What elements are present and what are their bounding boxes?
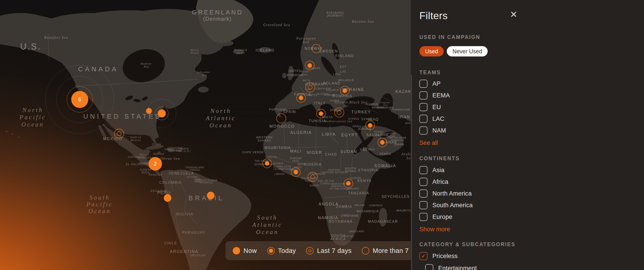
marker-ring <box>276 113 286 123</box>
marker-dot <box>207 192 214 199</box>
checkbox-row-asia[interactable]: Asia <box>419 166 635 174</box>
marker-dot <box>308 63 312 68</box>
cluster-count: 6 <box>71 91 88 108</box>
checkbox-row-ap[interactable]: AP <box>419 80 635 88</box>
legend-item-now: Now <box>233 247 257 254</box>
checkbox-label: Asia <box>432 167 444 174</box>
checkbox-label: AP <box>432 80 441 87</box>
checkbox-row-nam[interactable]: NAM <box>419 126 635 134</box>
teams-options: APEEMAEULACNAM <box>419 80 635 134</box>
section-header: CATEGORY & SUBCATEGORIES <box>419 241 635 247</box>
section-continents: CONTINENTS AsiaAfricaNorth AmericaSouth … <box>419 156 635 233</box>
checkbox-label: Entertainment <box>438 265 477 270</box>
continents-options: AsiaAfricaNorth AmericaSouth AmericaEuro… <box>419 166 635 221</box>
checkbox-row-eu[interactable]: EU <box>419 103 635 111</box>
checkbox[interactable] <box>419 201 428 209</box>
today-icon <box>267 247 275 254</box>
category-options: ✓PricelessEntertainment <box>419 252 635 270</box>
checkbox[interactable] <box>419 80 428 88</box>
legend-label: Last 7 days <box>317 247 352 254</box>
checkbox[interactable] <box>419 213 428 221</box>
marker-dot <box>380 140 384 145</box>
checkbox-row-entertainment[interactable]: Entertainment <box>419 264 635 270</box>
close-icon[interactable]: ✕ <box>510 10 518 19</box>
legend-item-today: Today <box>267 247 296 254</box>
see-all-link[interactable]: See all <box>419 140 438 147</box>
older-icon <box>362 247 369 254</box>
checkbox-row-priceless[interactable]: ✓Priceless <box>419 252 635 260</box>
section-category: CATEGORY & SUBCATEGORIES ✓PricelessEnter… <box>419 241 635 270</box>
marker-dot <box>342 88 347 93</box>
checkbox-label: EEMA <box>432 92 450 99</box>
marker-dot <box>368 123 372 127</box>
section-header: USED IN CAMPAIGN <box>419 34 635 40</box>
cluster-count: 2 <box>148 157 162 171</box>
legend-label: Today <box>278 247 296 254</box>
marker-dot <box>319 111 323 116</box>
marker-dot <box>299 96 303 100</box>
marker-ring <box>312 44 321 53</box>
marker-dot <box>265 161 269 166</box>
marker-ring <box>117 131 121 136</box>
checkbox-row-south-america[interactable]: South America <box>419 201 635 209</box>
legend-label: Now <box>244 247 257 254</box>
legend-item-last7: Last 7 days <box>306 247 352 254</box>
filters-panel: Filters ✕ USED IN CAMPAIGN UsedNever Use… <box>411 0 644 270</box>
marker-dot <box>346 181 351 186</box>
checkbox-label: NAM <box>432 127 446 134</box>
panel-title: Filters <box>419 10 635 22</box>
checkbox[interactable] <box>419 115 428 123</box>
show-more-link[interactable]: Show more <box>419 226 450 233</box>
checkbox[interactable] <box>419 91 428 99</box>
checkbox-label: South America <box>432 202 473 209</box>
checkbox-row-north-america[interactable]: North America <box>419 189 635 198</box>
checkbox-label: LAC <box>432 115 444 122</box>
section-teams: TEAMS APEEMAEULACNAM See all <box>419 70 635 147</box>
checkbox-label: Priceless <box>432 253 458 260</box>
toggle-never-used[interactable]: Never Used <box>447 46 488 56</box>
checkbox[interactable] <box>425 264 433 270</box>
checkbox-row-europe[interactable]: Europe <box>419 213 635 221</box>
marker-ring <box>308 85 312 90</box>
marker-dot <box>294 170 298 174</box>
checkbox[interactable] <box>419 103 428 111</box>
marker-dot <box>158 109 166 117</box>
section-header: CONTINENTS <box>419 156 635 162</box>
checkbox-row-eema[interactable]: EEMA <box>419 91 635 99</box>
checkbox[interactable]: ✓ <box>419 252 428 260</box>
checkbox-label: North America <box>432 190 472 197</box>
section-header: TEAMS <box>419 70 635 76</box>
marker-ring <box>310 175 315 179</box>
checkbox[interactable] <box>419 189 428 198</box>
checkbox[interactable] <box>419 178 428 186</box>
section-used-in-campaign: USED IN CAMPAIGN UsedNever Used <box>419 34 635 56</box>
now-icon <box>233 247 240 254</box>
checkbox[interactable] <box>419 166 428 174</box>
marker-dot <box>164 194 172 202</box>
checkbox-label: Africa <box>432 178 448 185</box>
last7-icon <box>306 247 314 254</box>
checkbox-row-lac[interactable]: LAC <box>419 115 635 123</box>
marker-ring <box>337 110 342 115</box>
checkbox[interactable] <box>419 126 428 134</box>
used-toggle-group: UsedNever Used <box>419 46 635 56</box>
checkbox-label: EU <box>432 104 441 111</box>
toggle-used[interactable]: Used <box>419 46 444 56</box>
checkbox-label: Europe <box>432 214 452 220</box>
checkbox-row-africa[interactable]: Africa <box>419 178 635 186</box>
map-legend: NowTodayLast 7 daysMore than 7 days ago <box>226 241 426 260</box>
